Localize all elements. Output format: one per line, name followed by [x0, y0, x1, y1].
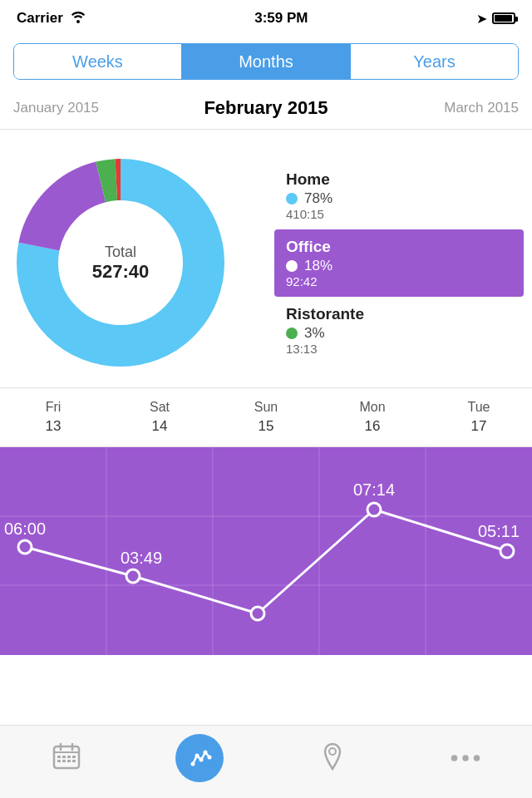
legend-home-name: Home	[286, 170, 512, 189]
svg-rect-25	[62, 756, 66, 758]
line-chart: 06:00 03:49 07:14 05:11	[0, 447, 532, 655]
tab-months[interactable]: Months	[183, 44, 350, 79]
svg-rect-30	[67, 760, 71, 762]
svg-rect-24	[57, 756, 61, 758]
legend-home-time: 410:15	[286, 207, 512, 221]
svg-point-15	[500, 544, 514, 558]
svg-text:07:14: 07:14	[353, 480, 395, 499]
svg-text:06:00: 06:00	[4, 520, 46, 538]
svg-point-13	[251, 607, 264, 620]
day-fri-num: 13	[46, 418, 62, 435]
tab-chart[interactable]	[166, 734, 233, 782]
svg-point-35	[200, 757, 204, 761]
legend-office-time: 92:42	[286, 274, 512, 288]
location-icon	[318, 741, 347, 775]
svg-rect-29	[62, 760, 66, 762]
legend-office[interactable]: Office 18% 92:42	[274, 229, 524, 297]
tab-more[interactable]	[432, 753, 499, 763]
svg-point-37	[208, 755, 212, 759]
day-mon[interactable]: Mon 16	[319, 388, 426, 446]
day-sun[interactable]: Sun 15	[213, 388, 319, 446]
tab-weeks[interactable]: Weeks	[14, 44, 181, 79]
day-fri[interactable]: Fri 13	[0, 388, 106, 446]
svg-point-11	[18, 540, 32, 554]
month-current: February 2015	[204, 97, 328, 119]
day-sun-name: Sun	[254, 400, 278, 415]
legend-ristorante-name: Ristorante	[286, 305, 512, 323]
month-prev[interactable]: January 2015	[0, 100, 112, 116]
status-carrier: Carrier	[17, 10, 86, 27]
status-icons: ➤	[476, 11, 515, 27]
day-mon-num: 16	[365, 418, 381, 435]
svg-rect-31	[72, 760, 76, 762]
svg-point-34	[195, 753, 200, 757]
legend-ristorante[interactable]: Ristorante 3% 13:13	[274, 297, 524, 364]
svg-text:05:11: 05:11	[478, 522, 520, 540]
month-next[interactable]: March 2015	[431, 100, 532, 116]
svg-point-14	[367, 503, 381, 516]
legend-office-pct: 18%	[304, 258, 332, 274]
svg-point-33	[191, 761, 195, 766]
calendar-icon	[52, 741, 81, 775]
day-tue-name: Tue	[468, 400, 490, 415]
legend-office-dot	[286, 260, 298, 272]
svg-rect-27	[72, 756, 76, 758]
chart-area: Total 527:40 Home 78% 410:15 Office 18% …	[0, 130, 532, 387]
tab-bar	[0, 725, 532, 798]
day-sat-num: 14	[152, 418, 168, 435]
day-tue[interactable]: Tue 17	[426, 388, 532, 446]
legend-ristorante-pct: 3%	[304, 325, 325, 342]
svg-text:03:49: 03:49	[121, 549, 162, 567]
donut-chart: Total 527:40	[8, 150, 266, 375]
more-icon	[451, 753, 480, 763]
location-arrow-icon: ➤	[476, 11, 487, 27]
day-sun-num: 15	[259, 418, 274, 435]
days-strip: Fri 13 Sat 14 Sun 15 Mon 16 Tue 17	[0, 387, 532, 447]
legend-home[interactable]: Home 78% 410:15	[274, 162, 524, 229]
svg-point-38	[329, 748, 336, 755]
legend-home-dot	[286, 193, 298, 204]
svg-point-4	[59, 201, 182, 324]
day-tue-num: 17	[471, 418, 487, 435]
svg-point-41	[474, 755, 480, 761]
status-time: 3:59 PM	[254, 10, 308, 27]
legend: Home 78% 410:15 Office 18% 92:42 Ristora…	[266, 162, 524, 364]
status-bar: Carrier 3:59 PM ➤	[0, 0, 532, 37]
month-nav: January 2015 February 2015 March 2015	[0, 86, 532, 130]
tab-location[interactable]	[299, 741, 366, 775]
chart-active-bg	[175, 734, 224, 782]
legend-home-pct: 78%	[304, 190, 332, 207]
legend-office-name: Office	[286, 238, 512, 256]
day-sat[interactable]: Sat 14	[106, 388, 213, 446]
svg-point-39	[451, 755, 458, 761]
legend-ristorante-time: 13:13	[286, 342, 512, 356]
tab-years[interactable]: Years	[351, 44, 518, 79]
svg-rect-26	[67, 756, 71, 758]
day-sat-name: Sat	[150, 400, 170, 415]
tab-calendar[interactable]	[33, 741, 100, 775]
day-fri-name: Fri	[46, 400, 62, 415]
legend-ristorante-dot	[286, 328, 298, 339]
segment-control: Weeks Months Years	[13, 43, 519, 80]
wifi-icon	[70, 10, 86, 27]
battery-icon	[492, 12, 515, 24]
svg-point-36	[204, 750, 208, 754]
day-mon-name: Mon	[359, 400, 385, 415]
svg-point-12	[126, 569, 140, 583]
svg-rect-28	[57, 760, 61, 762]
svg-point-40	[462, 755, 469, 761]
